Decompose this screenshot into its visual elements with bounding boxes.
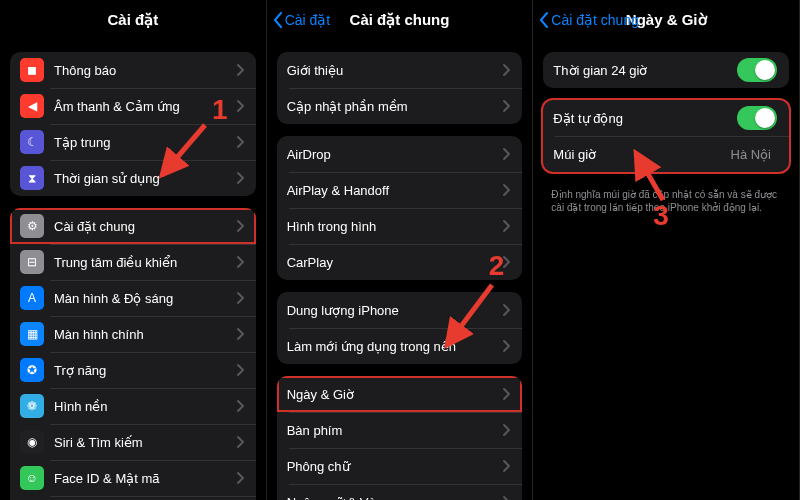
row-focus[interactable]: ☾Tập trung <box>10 124 256 160</box>
row-notifications[interactable]: ◼Thông báo <box>10 52 256 88</box>
chevron-right-icon <box>236 400 244 412</box>
row-pip-label: Hình trong hình <box>287 219 503 234</box>
row-datetime[interactable]: Ngày & Giờ <box>277 376 523 412</box>
group-24h: Thời gian 24 giờ <box>543 52 789 88</box>
row-display-label: Màn hình & Độ sáng <box>54 291 236 306</box>
row-accessibility[interactable]: ✪Trợ năng <box>10 352 256 388</box>
chevron-right-icon <box>236 328 244 340</box>
chevron-right-icon <box>502 340 510 352</box>
chevron-right-icon <box>502 100 510 112</box>
row-siri-label: Siri & Tìm kiếm <box>54 435 236 450</box>
row-auto[interactable]: Đặt tự động <box>543 100 789 136</box>
row-airplay[interactable]: AirPlay & Handoff <box>277 172 523 208</box>
row-bgrefresh-label: Làm mới ứng dụng trong nền <box>287 339 503 354</box>
row-carplay-label: CarPlay <box>287 255 503 270</box>
row-airdrop[interactable]: AirDrop <box>277 136 523 172</box>
row-sound[interactable]: ◀Âm thanh & Cảm ứng <box>10 88 256 124</box>
group-system: Ngày & GiờBàn phímPhông chữNgôn ngữ & Vù… <box>277 376 523 500</box>
group-auto: Đặt tự động Múi giờ Hà Nội <box>543 100 789 172</box>
row-keyboard[interactable]: Bàn phím <box>277 412 523 448</box>
back-label: Cài đặt chung <box>551 12 639 28</box>
row-about[interactable]: Giới thiệu <box>277 52 523 88</box>
focus-icon: ☾ <box>20 130 44 154</box>
row-home[interactable]: ▦Màn hình chính <box>10 316 256 352</box>
chevron-right-icon <box>236 292 244 304</box>
row-faceid-label: Face ID & Mật mã <box>54 471 236 486</box>
row-24h[interactable]: Thời gian 24 giờ <box>543 52 789 88</box>
row-wallpaper[interactable]: ❁Hình nền <box>10 388 256 424</box>
row-bgrefresh[interactable]: Làm mới ứng dụng trong nền <box>277 328 523 364</box>
row-screentime[interactable]: ⧗Thời gian sử dụng <box>10 160 256 196</box>
switch-24h[interactable] <box>737 58 777 82</box>
row-accessibility-label: Trợ năng <box>54 363 236 378</box>
back-button[interactable]: Cài đặt <box>273 0 331 40</box>
row-control[interactable]: ⊟Trung tâm điều khiển <box>10 244 256 280</box>
control-icon: ⊟ <box>20 250 44 274</box>
row-fonts-label: Phông chữ <box>287 459 503 474</box>
row-tz-value: Hà Nội <box>731 147 772 162</box>
notifications-icon: ◼ <box>20 58 44 82</box>
chevron-right-icon <box>502 184 510 196</box>
row-general[interactable]: ⚙Cài đặt chung <box>10 208 256 244</box>
row-home-label: Màn hình chính <box>54 327 236 342</box>
row-auto-label: Đặt tự động <box>553 111 737 126</box>
screentime-icon: ⧗ <box>20 166 44 190</box>
row-language[interactable]: Ngôn ngữ & Vùng <box>277 484 523 500</box>
datetime-list: Thời gian 24 giờ Đặt tự động Múi giờ Hà … <box>533 52 799 214</box>
chevron-right-icon <box>236 436 244 448</box>
phone-screen-1: Cài đặt ◼Thông báo◀Âm thanh & Cảm ứng☾Tậ… <box>0 0 267 500</box>
chevron-right-icon <box>502 496 510 500</box>
row-general-label: Cài đặt chung <box>54 219 236 234</box>
home-icon: ▦ <box>20 322 44 346</box>
back-button[interactable]: Cài đặt chung <box>539 0 639 40</box>
group-connectivity: AirDropAirPlay & HandoffHình trong hìnhC… <box>277 136 523 280</box>
faceid-icon: ☺ <box>20 466 44 490</box>
row-fonts[interactable]: Phông chữ <box>277 448 523 484</box>
chevron-right-icon <box>502 256 510 268</box>
siri-icon: ◉ <box>20 430 44 454</box>
chevron-right-icon <box>236 64 244 76</box>
row-datetime-label: Ngày & Giờ <box>287 387 503 402</box>
row-update-label: Cập nhật phần mềm <box>287 99 503 114</box>
chevron-right-icon <box>502 388 510 400</box>
row-pip[interactable]: Hình trong hình <box>277 208 523 244</box>
row-sos[interactable]: SOSSOS khẩn cấp <box>10 496 256 500</box>
chevron-right-icon <box>502 424 510 436</box>
settings-list: ◼Thông báo◀Âm thanh & Cảm ứng☾Tập trung⧗… <box>0 52 266 500</box>
chevron-right-icon <box>236 136 244 148</box>
row-screentime-label: Thời gian sử dụng <box>54 171 236 186</box>
row-faceid[interactable]: ☺Face ID & Mật mã <box>10 460 256 496</box>
general-list: Giới thiệuCập nhật phần mềm AirDropAirPl… <box>267 52 533 500</box>
row-focus-label: Tập trung <box>54 135 236 150</box>
row-siri[interactable]: ◉Siri & Tìm kiếm <box>10 424 256 460</box>
row-carplay[interactable]: CarPlay <box>277 244 523 280</box>
chevron-right-icon <box>502 460 510 472</box>
nav-bar: Cài đặt <box>0 0 266 40</box>
row-notifications-label: Thông báo <box>54 63 236 78</box>
row-update[interactable]: Cập nhật phần mềm <box>277 88 523 124</box>
nav-bar: Cài đặt Cài đặt chung <box>267 0 533 40</box>
row-language-label: Ngôn ngữ & Vùng <box>287 495 503 501</box>
page-title: Cài đặt chung <box>350 11 450 29</box>
chevron-right-icon <box>236 100 244 112</box>
accessibility-icon: ✪ <box>20 358 44 382</box>
phone-screen-2: Cài đặt Cài đặt chung Giới thiệuCập nhật… <box>267 0 534 500</box>
row-tz-label: Múi giờ <box>553 147 730 162</box>
display-icon: A <box>20 286 44 310</box>
row-storage-label: Dung lượng iPhone <box>287 303 503 318</box>
nav-bar: Cài đặt chung Ngày & Giờ <box>533 0 799 40</box>
chevron-right-icon <box>502 148 510 160</box>
switch-auto[interactable] <box>737 106 777 130</box>
chevron-right-icon <box>502 304 510 316</box>
row-storage[interactable]: Dung lượng iPhone <box>277 292 523 328</box>
row-about-label: Giới thiệu <box>287 63 503 78</box>
row-display[interactable]: AMàn hình & Độ sáng <box>10 280 256 316</box>
sound-icon: ◀ <box>20 94 44 118</box>
phone-screen-3: Cài đặt chung Ngày & Giờ Thời gian 24 gi… <box>533 0 800 500</box>
row-control-label: Trung tâm điều khiển <box>54 255 236 270</box>
row-timezone[interactable]: Múi giờ Hà Nội <box>543 136 789 172</box>
row-wallpaper-label: Hình nền <box>54 399 236 414</box>
timezone-footnote: Định nghĩa múi giờ đã cập nhật có sẵn và… <box>533 184 799 214</box>
page-title: Cài đặt <box>108 11 159 29</box>
general-icon: ⚙ <box>20 214 44 238</box>
